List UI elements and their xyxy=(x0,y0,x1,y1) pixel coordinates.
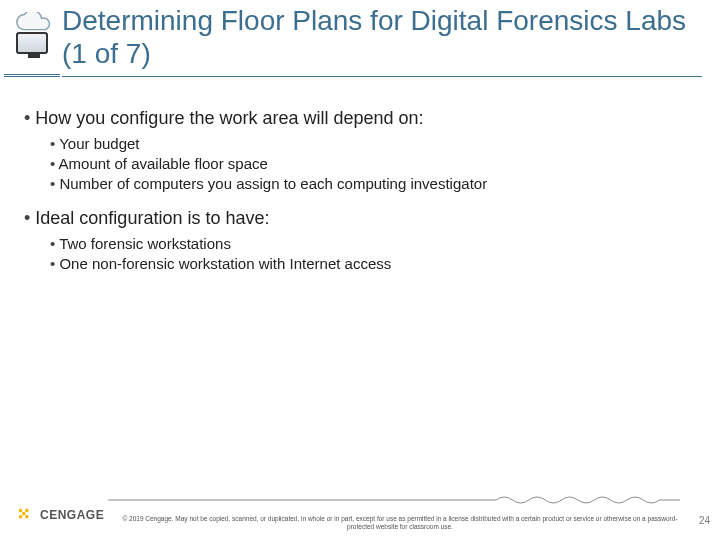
page-number: 24 xyxy=(699,515,710,526)
page-title: Determining Floor Plans for Digital Fore… xyxy=(62,4,710,70)
list-item: Your budget xyxy=(50,135,696,152)
sub-list: Your budget Amount of available floor sp… xyxy=(50,135,696,192)
svg-point-2 xyxy=(19,515,23,519)
bullet-list: How you configure the work area will dep… xyxy=(24,108,696,272)
svg-point-0 xyxy=(19,509,23,513)
cloud-icon xyxy=(13,12,51,34)
cengage-mark-icon xyxy=(16,506,34,524)
copyright-text: © 2019 Cengage. May not be copied, scann… xyxy=(120,515,680,530)
slide: Determining Floor Plans for Digital Fore… xyxy=(0,0,720,540)
list-item: Amount of available floor space xyxy=(50,155,696,172)
brand: CENGAGE xyxy=(16,506,104,524)
svg-point-1 xyxy=(25,509,29,513)
sub-list: Two forensic workstations One non-forens… xyxy=(50,235,696,272)
svg-point-4 xyxy=(22,512,26,516)
brand-text: CENGAGE xyxy=(40,508,104,522)
list-item: How you configure the work area will dep… xyxy=(24,108,696,129)
footer-rule xyxy=(108,495,680,496)
list-item: One non-forensic workstation with Intern… xyxy=(50,255,696,272)
list-item: Two forensic workstations xyxy=(50,235,696,252)
wavy-line-icon xyxy=(108,491,680,501)
list-item: Number of computers you assign to each c… xyxy=(50,175,696,192)
svg-point-3 xyxy=(25,515,29,519)
title-underline xyxy=(62,76,702,77)
monitor-icon xyxy=(16,32,48,54)
cloud-monitor-icon xyxy=(10,12,54,56)
list-item: Ideal configuration is to have: xyxy=(24,208,696,229)
content-body: How you configure the work area will dep… xyxy=(24,108,696,288)
